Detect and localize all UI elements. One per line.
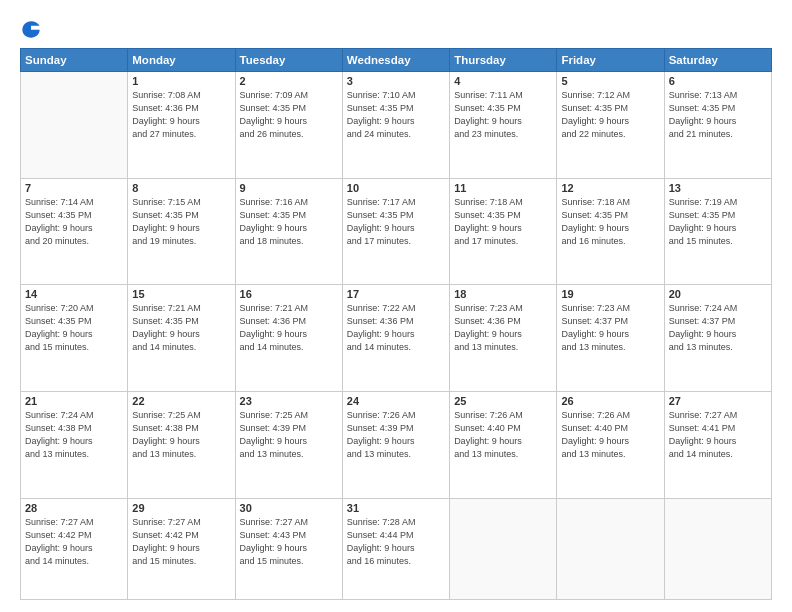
calendar-cell <box>21 72 128 179</box>
calendar-header-row: SundayMondayTuesdayWednesdayThursdayFrid… <box>21 49 772 72</box>
calendar-cell: 26Sunrise: 7:26 AMSunset: 4:40 PMDayligh… <box>557 391 664 498</box>
day-number: 1 <box>132 75 230 87</box>
calendar-cell: 18Sunrise: 7:23 AMSunset: 4:36 PMDayligh… <box>450 285 557 392</box>
calendar-cell: 19Sunrise: 7:23 AMSunset: 4:37 PMDayligh… <box>557 285 664 392</box>
day-info: Sunrise: 7:23 AMSunset: 4:36 PMDaylight:… <box>454 302 552 354</box>
day-info: Sunrise: 7:13 AMSunset: 4:35 PMDaylight:… <box>669 89 767 141</box>
calendar-cell: 15Sunrise: 7:21 AMSunset: 4:35 PMDayligh… <box>128 285 235 392</box>
calendar-cell: 7Sunrise: 7:14 AMSunset: 4:35 PMDaylight… <box>21 178 128 285</box>
day-info: Sunrise: 7:23 AMSunset: 4:37 PMDaylight:… <box>561 302 659 354</box>
day-number: 27 <box>669 395 767 407</box>
calendar-cell: 31Sunrise: 7:28 AMSunset: 4:44 PMDayligh… <box>342 498 449 600</box>
calendar-cell: 2Sunrise: 7:09 AMSunset: 4:35 PMDaylight… <box>235 72 342 179</box>
day-number: 20 <box>669 288 767 300</box>
day-info: Sunrise: 7:08 AMSunset: 4:36 PMDaylight:… <box>132 89 230 141</box>
calendar-cell: 17Sunrise: 7:22 AMSunset: 4:36 PMDayligh… <box>342 285 449 392</box>
day-number: 5 <box>561 75 659 87</box>
day-number: 4 <box>454 75 552 87</box>
calendar-cell: 20Sunrise: 7:24 AMSunset: 4:37 PMDayligh… <box>664 285 771 392</box>
day-info: Sunrise: 7:18 AMSunset: 4:35 PMDaylight:… <box>454 196 552 248</box>
day-info: Sunrise: 7:15 AMSunset: 4:35 PMDaylight:… <box>132 196 230 248</box>
calendar-week-4: 21Sunrise: 7:24 AMSunset: 4:38 PMDayligh… <box>21 391 772 498</box>
day-info: Sunrise: 7:24 AMSunset: 4:38 PMDaylight:… <box>25 409 123 461</box>
day-info: Sunrise: 7:27 AMSunset: 4:42 PMDaylight:… <box>132 516 230 568</box>
day-info: Sunrise: 7:25 AMSunset: 4:39 PMDaylight:… <box>240 409 338 461</box>
day-info: Sunrise: 7:17 AMSunset: 4:35 PMDaylight:… <box>347 196 445 248</box>
header <box>20 18 772 40</box>
day-number: 13 <box>669 182 767 194</box>
calendar-cell: 6Sunrise: 7:13 AMSunset: 4:35 PMDaylight… <box>664 72 771 179</box>
calendar-cell: 21Sunrise: 7:24 AMSunset: 4:38 PMDayligh… <box>21 391 128 498</box>
calendar-cell: 9Sunrise: 7:16 AMSunset: 4:35 PMDaylight… <box>235 178 342 285</box>
logo <box>20 18 44 40</box>
day-info: Sunrise: 7:24 AMSunset: 4:37 PMDaylight:… <box>669 302 767 354</box>
day-number: 2 <box>240 75 338 87</box>
day-info: Sunrise: 7:18 AMSunset: 4:35 PMDaylight:… <box>561 196 659 248</box>
day-number: 25 <box>454 395 552 407</box>
calendar-cell: 10Sunrise: 7:17 AMSunset: 4:35 PMDayligh… <box>342 178 449 285</box>
day-number: 3 <box>347 75 445 87</box>
day-number: 19 <box>561 288 659 300</box>
day-info: Sunrise: 7:27 AMSunset: 4:41 PMDaylight:… <box>669 409 767 461</box>
day-number: 15 <box>132 288 230 300</box>
day-info: Sunrise: 7:12 AMSunset: 4:35 PMDaylight:… <box>561 89 659 141</box>
col-header-monday: Monday <box>128 49 235 72</box>
calendar-cell: 25Sunrise: 7:26 AMSunset: 4:40 PMDayligh… <box>450 391 557 498</box>
calendar-cell: 4Sunrise: 7:11 AMSunset: 4:35 PMDaylight… <box>450 72 557 179</box>
day-number: 18 <box>454 288 552 300</box>
day-info: Sunrise: 7:27 AMSunset: 4:42 PMDaylight:… <box>25 516 123 568</box>
calendar-cell: 1Sunrise: 7:08 AMSunset: 4:36 PMDaylight… <box>128 72 235 179</box>
day-number: 21 <box>25 395 123 407</box>
day-number: 12 <box>561 182 659 194</box>
day-info: Sunrise: 7:19 AMSunset: 4:35 PMDaylight:… <box>669 196 767 248</box>
day-number: 22 <box>132 395 230 407</box>
day-number: 31 <box>347 502 445 514</box>
calendar-week-1: 1Sunrise: 7:08 AMSunset: 4:36 PMDaylight… <box>21 72 772 179</box>
calendar-cell: 29Sunrise: 7:27 AMSunset: 4:42 PMDayligh… <box>128 498 235 600</box>
col-header-wednesday: Wednesday <box>342 49 449 72</box>
col-header-thursday: Thursday <box>450 49 557 72</box>
calendar-cell <box>450 498 557 600</box>
day-info: Sunrise: 7:21 AMSunset: 4:36 PMDaylight:… <box>240 302 338 354</box>
day-number: 23 <box>240 395 338 407</box>
logo-icon <box>20 18 42 40</box>
day-info: Sunrise: 7:11 AMSunset: 4:35 PMDaylight:… <box>454 89 552 141</box>
calendar-week-3: 14Sunrise: 7:20 AMSunset: 4:35 PMDayligh… <box>21 285 772 392</box>
calendar-cell: 5Sunrise: 7:12 AMSunset: 4:35 PMDaylight… <box>557 72 664 179</box>
day-info: Sunrise: 7:28 AMSunset: 4:44 PMDaylight:… <box>347 516 445 568</box>
calendar-cell: 27Sunrise: 7:27 AMSunset: 4:41 PMDayligh… <box>664 391 771 498</box>
day-number: 6 <box>669 75 767 87</box>
calendar-cell: 30Sunrise: 7:27 AMSunset: 4:43 PMDayligh… <box>235 498 342 600</box>
calendar-cell: 13Sunrise: 7:19 AMSunset: 4:35 PMDayligh… <box>664 178 771 285</box>
day-info: Sunrise: 7:20 AMSunset: 4:35 PMDaylight:… <box>25 302 123 354</box>
day-info: Sunrise: 7:16 AMSunset: 4:35 PMDaylight:… <box>240 196 338 248</box>
day-info: Sunrise: 7:26 AMSunset: 4:40 PMDaylight:… <box>561 409 659 461</box>
day-number: 9 <box>240 182 338 194</box>
col-header-tuesday: Tuesday <box>235 49 342 72</box>
day-number: 10 <box>347 182 445 194</box>
day-info: Sunrise: 7:26 AMSunset: 4:40 PMDaylight:… <box>454 409 552 461</box>
day-number: 24 <box>347 395 445 407</box>
day-number: 30 <box>240 502 338 514</box>
day-number: 28 <box>25 502 123 514</box>
day-info: Sunrise: 7:22 AMSunset: 4:36 PMDaylight:… <box>347 302 445 354</box>
calendar-cell <box>664 498 771 600</box>
day-number: 11 <box>454 182 552 194</box>
col-header-saturday: Saturday <box>664 49 771 72</box>
calendar-week-2: 7Sunrise: 7:14 AMSunset: 4:35 PMDaylight… <box>21 178 772 285</box>
day-info: Sunrise: 7:09 AMSunset: 4:35 PMDaylight:… <box>240 89 338 141</box>
day-number: 14 <box>25 288 123 300</box>
day-number: 8 <box>132 182 230 194</box>
calendar-cell: 11Sunrise: 7:18 AMSunset: 4:35 PMDayligh… <box>450 178 557 285</box>
calendar-cell: 14Sunrise: 7:20 AMSunset: 4:35 PMDayligh… <box>21 285 128 392</box>
calendar-cell: 12Sunrise: 7:18 AMSunset: 4:35 PMDayligh… <box>557 178 664 285</box>
calendar-cell: 8Sunrise: 7:15 AMSunset: 4:35 PMDaylight… <box>128 178 235 285</box>
page: SundayMondayTuesdayWednesdayThursdayFrid… <box>0 0 792 612</box>
col-header-friday: Friday <box>557 49 664 72</box>
calendar-cell: 3Sunrise: 7:10 AMSunset: 4:35 PMDaylight… <box>342 72 449 179</box>
day-number: 29 <box>132 502 230 514</box>
day-info: Sunrise: 7:27 AMSunset: 4:43 PMDaylight:… <box>240 516 338 568</box>
calendar-cell: 23Sunrise: 7:25 AMSunset: 4:39 PMDayligh… <box>235 391 342 498</box>
calendar-cell: 22Sunrise: 7:25 AMSunset: 4:38 PMDayligh… <box>128 391 235 498</box>
day-info: Sunrise: 7:25 AMSunset: 4:38 PMDaylight:… <box>132 409 230 461</box>
